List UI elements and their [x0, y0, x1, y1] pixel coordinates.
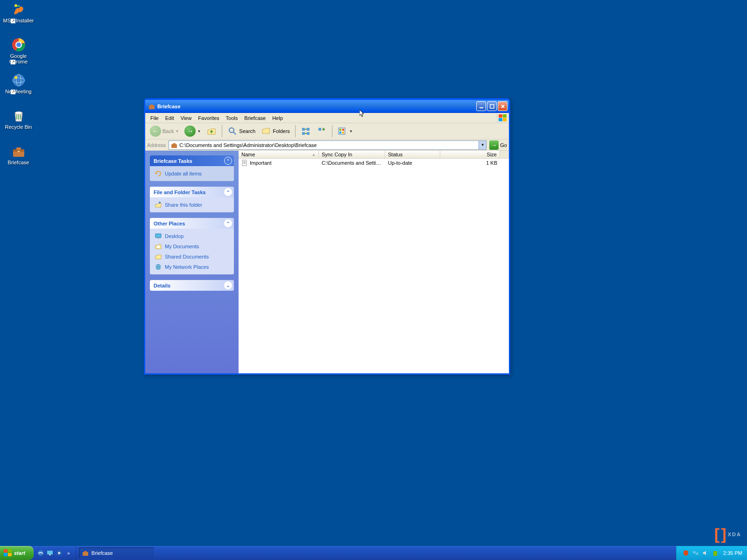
svg-rect-19	[499, 118, 502, 121]
search-button[interactable]: Search	[226, 125, 257, 137]
panel-title: Details	[154, 283, 170, 288]
menu-briefcase[interactable]: Briefcase	[241, 114, 269, 122]
svg-rect-37	[157, 246, 160, 248]
maximize-button[interactable]	[487, 101, 497, 111]
place-label: Desktop	[165, 233, 183, 239]
svg-rect-51	[693, 551, 696, 553]
file-list: Name▲ Sync Copy In Status Size Important…	[239, 151, 509, 373]
folders-label: Folders	[273, 128, 290, 134]
svg-rect-29	[342, 129, 344, 131]
ie-icon[interactable]	[36, 549, 45, 557]
column-name[interactable]: Name▲	[239, 151, 319, 158]
address-dropdown[interactable]: ▼	[479, 141, 486, 149]
task-label: Update all items	[165, 171, 202, 176]
briefcase-icon	[11, 144, 26, 159]
panel-header[interactable]: Other Places ⌃	[150, 218, 234, 229]
place-desktop[interactable]: Desktop	[155, 232, 229, 240]
address-field[interactable]: C:\Documents and Settings\Administrator\…	[169, 140, 486, 150]
search-label: Search	[239, 128, 255, 134]
minimize-button[interactable]	[476, 101, 486, 111]
titlebar[interactable]: Briefcase	[145, 99, 509, 113]
tray-volume-icon[interactable]	[702, 549, 709, 557]
network-icon	[155, 263, 162, 271]
back-button[interactable]: ← Back ▼	[148, 125, 181, 138]
sort-arrow-icon: ▲	[312, 153, 316, 157]
svg-rect-17	[499, 114, 502, 118]
file-name: Important	[250, 160, 271, 166]
svg-point-3	[16, 42, 21, 47]
folders-button[interactable]: Folders	[259, 125, 292, 137]
svg-rect-26	[318, 128, 321, 131]
menu-favorites[interactable]: Favorites	[195, 114, 222, 122]
views-button[interactable]: ▼	[336, 125, 355, 137]
sync-button[interactable]	[299, 125, 313, 137]
svg-rect-53	[713, 551, 717, 556]
place-label: Shared Documents	[165, 254, 209, 259]
shortcut-arrow-icon: ↗	[11, 90, 15, 94]
menu-file[interactable]: File	[147, 114, 162, 122]
address-bar: Address C:\Documents and Settings\Admini…	[145, 140, 509, 151]
svg-rect-30	[339, 132, 341, 133]
panel-header[interactable]: File and Folder Tasks ⌃	[150, 187, 234, 197]
toolbar: ← Back ▼ → ▼ Search Folders	[145, 123, 509, 140]
task-share-folder[interactable]: Share this folder	[155, 201, 229, 209]
menu-tools[interactable]: Tools	[223, 114, 241, 122]
taskbar-item-label: Briefcase	[92, 550, 113, 556]
show-desktop-icon[interactable]	[46, 549, 54, 557]
back-label: Back	[162, 128, 174, 134]
up-button[interactable]	[204, 125, 218, 137]
collapse-icon: ⌃	[224, 219, 232, 227]
tray-network-icon[interactable]	[692, 549, 699, 557]
menu-edit[interactable]: Edit	[162, 114, 177, 122]
desktop-icon-recycle-bin[interactable]: Recycle Bin	[1, 108, 36, 130]
dropdown-arrow-icon: ▼	[349, 129, 353, 133]
sync-item-button[interactable]	[315, 125, 329, 137]
desktop-icon-netmeeting[interactable]: ↗ NetMeeting	[1, 73, 36, 94]
place-shared-documents[interactable]: Shared Documents	[155, 253, 229, 260]
column-size[interactable]: Size	[440, 151, 500, 158]
tray-removable-icon[interactable]	[712, 549, 719, 557]
close-button[interactable]	[498, 101, 507, 111]
column-sync[interactable]: Sync Copy In	[319, 151, 385, 158]
task-label: Share this folder	[165, 202, 202, 208]
place-my-documents[interactable]: My Documents	[155, 243, 229, 250]
menu-view[interactable]: View	[177, 114, 195, 122]
file-size: 1 KB	[440, 160, 500, 166]
svg-rect-25	[307, 132, 310, 135]
file-row[interactable]: Important C:\Documents and Settin... Up-…	[239, 159, 509, 167]
forward-button[interactable]: → ▼	[183, 125, 203, 138]
address-label: Address	[147, 142, 166, 148]
start-button[interactable]: start	[0, 546, 34, 560]
desktop-icon-chrome[interactable]: ↗ Google Chrome	[1, 37, 36, 64]
column-status[interactable]: Status	[385, 151, 440, 158]
panel-header[interactable]: Briefcase Tasks ⌃	[150, 155, 234, 166]
task-update-all[interactable]: Update all items	[155, 170, 229, 177]
file-rows[interactable]: Important C:\Documents and Settin... Up-…	[239, 159, 509, 373]
panel-title: Other Places	[154, 221, 185, 226]
clock[interactable]: 2:35 PM	[723, 550, 742, 556]
menu-help[interactable]: Help	[269, 114, 286, 122]
windows-logo-icon	[4, 549, 12, 557]
quick-launch-expand[interactable]: »	[64, 549, 73, 557]
svg-rect-40	[242, 160, 247, 166]
file-status: Up-to-date	[385, 160, 440, 166]
place-label: My Documents	[165, 244, 199, 249]
desktop-icon-briefcase[interactable]: Briefcase	[1, 144, 36, 165]
media-player-icon[interactable]	[55, 549, 63, 557]
svg-point-4	[13, 74, 25, 86]
share-icon	[155, 201, 162, 209]
panel-header[interactable]: Details ⌄	[150, 280, 234, 291]
briefcase-icon	[148, 103, 155, 110]
svg-rect-52	[696, 553, 698, 555]
panel-title: File and Folder Tasks	[154, 189, 206, 195]
place-network[interactable]: My Network Places	[155, 263, 229, 271]
desktop-icon-msn-installer[interactable]: ↗ MSN Installer	[1, 2, 36, 23]
tasks-sidebar: Briefcase Tasks ⌃ Update all items File …	[145, 151, 239, 373]
go-button[interactable]: → Go	[489, 140, 507, 150]
taskbar-item-briefcase[interactable]: Briefcase	[79, 547, 154, 559]
svg-rect-50	[84, 551, 87, 553]
toolbar-divider	[295, 125, 296, 137]
svg-rect-20	[503, 118, 507, 121]
tray-security-icon[interactable]	[682, 549, 690, 557]
folder-up-icon	[206, 126, 217, 136]
